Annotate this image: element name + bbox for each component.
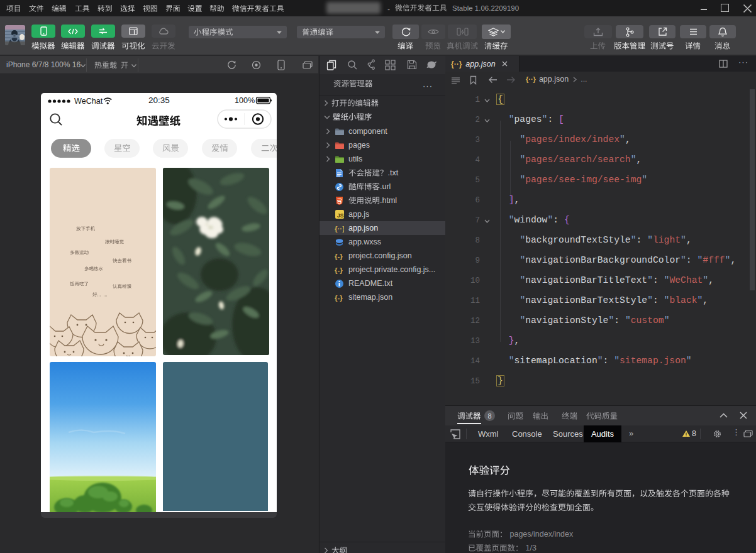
svg-text:{-}: {-}	[335, 266, 343, 274]
svg-text:WeChat: WeChat	[74, 97, 103, 106]
svg-text:100%: 100%	[235, 96, 255, 105]
svg-text:{··}: {··}	[335, 225, 344, 233]
svg-text:{-}: {-}	[335, 253, 343, 260]
svg-text:{-}: {-}	[335, 294, 343, 302]
svg-text:JS: JS	[337, 212, 344, 219]
